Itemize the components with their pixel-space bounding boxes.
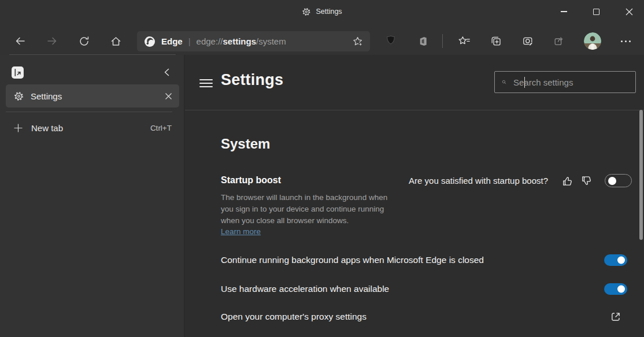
startup-boost-label: Startup boost — [221, 175, 281, 186]
toggle-knob — [617, 286, 625, 293]
proxy-settings-label: Open your computer's proxy settings — [221, 312, 367, 322]
tab-actions-button[interactable] — [11, 66, 24, 79]
page-title: Settings — [221, 71, 283, 89]
office-icon — [417, 36, 428, 47]
edge-browser-window: Settings — [0, 0, 644, 337]
url-scheme: edge:// — [197, 36, 223, 46]
settings-menu-toggle[interactable] — [199, 79, 213, 87]
tab-label: Settings — [31, 91, 165, 101]
ellipsis-icon — [621, 40, 631, 42]
favorites-button[interactable] — [454, 31, 474, 51]
home-button[interactable] — [105, 31, 126, 51]
header-divider — [185, 110, 644, 110]
thumbs-down-button[interactable] — [577, 173, 596, 188]
vertical-tabs-panel: Settings New tab Ctrl+T — [0, 55, 184, 337]
search-settings-box[interactable] — [494, 71, 636, 93]
web-capture-button[interactable] — [518, 31, 538, 51]
close-icon — [626, 8, 633, 16]
site-name: Edge — [161, 36, 183, 46]
url-path: /system — [256, 36, 286, 46]
gear-icon — [14, 91, 24, 101]
toggle-knob — [608, 177, 616, 185]
hardware-acceleration-row: Use hardware acceleration when available — [221, 282, 627, 296]
web-capture-icon — [522, 35, 534, 47]
extension-shield-button[interactable] — [381, 31, 401, 51]
thumbs-up-icon — [561, 175, 574, 187]
new-tab-label: New tab — [31, 123, 150, 133]
plus-icon — [13, 123, 23, 133]
text-cursor — [524, 77, 525, 88]
settings-menu-button[interactable] — [616, 31, 635, 51]
new-tab-button[interactable]: New tab Ctrl+T — [0, 117, 184, 138]
search-icon — [502, 77, 506, 87]
sidebar-divider — [6, 112, 172, 112]
add-favorite-icon[interactable] — [352, 36, 364, 47]
url-text: Edge | edge:// settings /system — [156, 36, 286, 46]
section-title: System — [221, 136, 270, 152]
collapse-pane-button[interactable] — [162, 67, 172, 77]
avatar-image — [584, 32, 601, 50]
settings-content: Settings System Startup boost The browse… — [185, 55, 644, 337]
profile-avatar[interactable] — [584, 32, 601, 50]
forward-arrow-icon — [46, 35, 58, 47]
sidebar-tab-settings[interactable]: Settings — [6, 84, 179, 108]
search-input[interactable] — [512, 77, 630, 88]
refresh-button[interactable] — [73, 31, 94, 51]
startup-boost-description: The browser will launch in the backgroun… — [221, 192, 401, 227]
maximize-icon — [593, 9, 599, 15]
toggle-knob — [617, 257, 625, 264]
toolbar-separator — [442, 34, 443, 48]
sidebar-top-divider — [9, 54, 176, 55]
close-button[interactable] — [616, 0, 642, 23]
home-icon — [110, 35, 122, 47]
favorites-star-icon — [458, 35, 471, 47]
background-apps-label: Continue running background apps when Mi… — [221, 255, 484, 265]
hardware-acceleration-toggle[interactable] — [604, 283, 627, 295]
edge-logo — [144, 36, 156, 47]
window-title-text: Settings — [316, 8, 342, 16]
external-link-icon — [609, 310, 622, 323]
back-button[interactable] — [10, 31, 31, 51]
survey-question: Are you satisfied with startup boost? — [409, 176, 548, 186]
url-separator: | — [188, 36, 191, 46]
forward-button[interactable] — [42, 31, 62, 51]
learn-more-link[interactable]: Learn more — [221, 227, 261, 236]
background-apps-toggle[interactable] — [604, 254, 627, 266]
minimize-button[interactable] — [550, 0, 577, 23]
back-arrow-icon — [14, 35, 26, 47]
minimize-icon — [561, 11, 567, 12]
share-button[interactable] — [549, 31, 569, 51]
browser-chrome: Settings — [0, 0, 644, 55]
startup-boost-toggle[interactable] — [605, 174, 632, 187]
collections-button[interactable] — [486, 31, 506, 51]
gear-icon — [302, 8, 310, 16]
startup-boost-survey: Are you satisfied with startup boost? — [409, 173, 632, 188]
hardware-acceleration-label: Use hardware acceleration when available — [221, 284, 389, 294]
collections-icon — [490, 35, 502, 47]
close-tab-icon[interactable] — [165, 92, 172, 100]
window-title: Settings — [302, 0, 342, 23]
address-bar[interactable]: Edge | edge:// settings /system — [137, 31, 370, 51]
scrollbar-thumb[interactable] — [639, 110, 643, 240]
new-tab-shortcut: Ctrl+T — [150, 124, 172, 132]
shield-icon — [385, 35, 397, 47]
chevron-left-icon — [162, 67, 172, 77]
tab-actions-icon — [11, 66, 24, 79]
extension-office-button[interactable] — [413, 31, 432, 51]
maximize-button[interactable] — [583, 0, 609, 23]
thumbs-down-icon — [580, 175, 593, 187]
share-icon — [553, 35, 565, 47]
url-host: settings — [223, 36, 256, 46]
proxy-settings-row[interactable]: Open your computer's proxy settings — [221, 310, 627, 324]
thumbs-up-button[interactable] — [558, 173, 577, 188]
refresh-icon — [78, 35, 90, 47]
background-apps-row: Continue running background apps when Mi… — [221, 253, 627, 267]
